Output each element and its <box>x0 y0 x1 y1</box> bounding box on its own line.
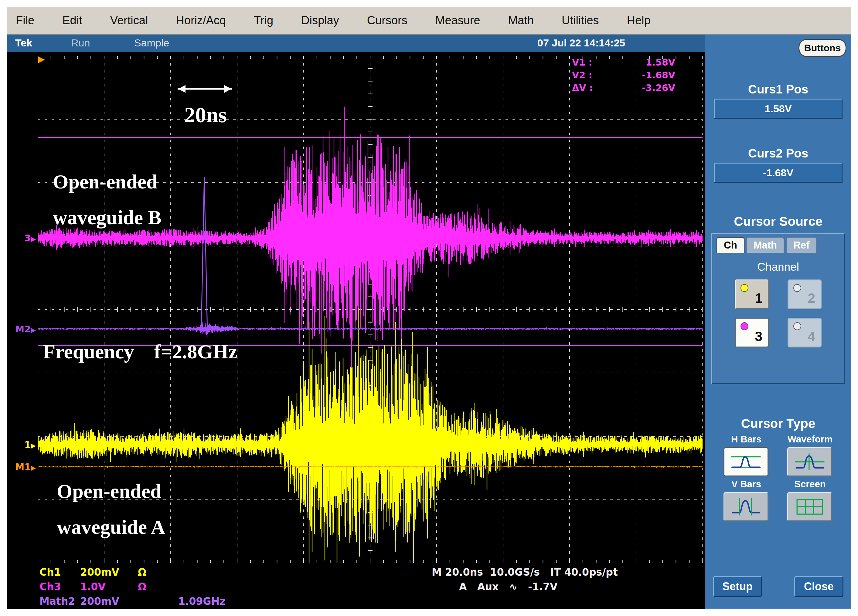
channel-button-grid: 1 2 3 4 <box>712 279 844 348</box>
marker-arrow-icon: ▶ <box>31 442 36 449</box>
menu-item-trig[interactable]: Trig <box>254 14 273 27</box>
status-bar: Tek Run Sample 07 Jul 22 14:14:25 <box>7 34 705 52</box>
cursor-type-grid: H Bars Waveform V Bars <box>723 434 833 521</box>
datetime-readout: 07 Jul 22 14:14:25 <box>538 37 625 49</box>
v-bars-button[interactable] <box>723 492 768 521</box>
panel-bottom-buttons: Setup Close <box>705 576 851 597</box>
waveform-label: Waveform <box>787 434 833 445</box>
scope-application-window: File Edit Vertical Horiz/Acq Trig Displa… <box>7 7 851 609</box>
v1-label: V1 : <box>572 57 592 70</box>
marker-arrow-icon: ▶ <box>31 235 36 243</box>
channel-3-color-dot-icon <box>740 322 748 330</box>
cursor-type-title: Cursor Type <box>741 416 815 431</box>
v-bars-icon <box>729 497 763 517</box>
math2-readout-name: Math2 <box>39 595 75 607</box>
waveform-button[interactable] <box>787 447 832 476</box>
menu-item-measure[interactable]: Measure <box>435 14 480 27</box>
frequency-annotation: Frequency f=2.8GHz <box>43 334 237 369</box>
cursor-source-tabs: Ch Math Ref <box>717 237 844 253</box>
waveform-cursor-icon <box>793 452 827 472</box>
ch3-ground-marker: 3▶ <box>7 233 36 244</box>
menu-item-help[interactable]: Help <box>627 14 651 27</box>
screen-label: Screen <box>787 479 833 490</box>
math2-ground-marker: M2▶ <box>7 324 36 334</box>
curs1-pos-value[interactable]: 1.58V <box>714 99 842 119</box>
channel-3-button[interactable]: 3 <box>735 318 769 348</box>
v1-value: 1.58V <box>646 57 675 70</box>
channel-4-button[interactable]: 4 <box>788 318 822 348</box>
menu-item-math[interactable]: Math <box>508 14 534 27</box>
waveguide-a-annotation: Open-ended waveguide A <box>57 473 165 545</box>
ch1-ground-marker: 1▶ <box>7 439 36 450</box>
ch3-readout-name: Ch3 <box>39 581 61 593</box>
marker-arrow-icon: ▶ <box>31 326 36 334</box>
timescale-annotation: 20ns <box>184 97 227 133</box>
curs1-pos-title: Curs1 Pos <box>748 82 808 96</box>
math1-ground-marker: M1▶ <box>7 462 36 472</box>
math2-readout-scale: 200mV <box>80 595 119 607</box>
h-bars-button[interactable] <box>723 447 768 476</box>
trigger-readout: A Aux ∿ -1.7V <box>459 581 558 593</box>
h-bars-icon <box>729 452 763 472</box>
acquisition-mode: Sample <box>134 37 169 49</box>
marker-arrow-icon: ▶ <box>31 464 36 472</box>
screen-button[interactable] <box>787 492 832 521</box>
menu-item-vertical[interactable]: Vertical <box>110 14 148 27</box>
ch3-readout-coupling: Ω <box>138 581 146 593</box>
setup-button[interactable]: Setup <box>713 576 762 597</box>
channel-2-button[interactable]: 2 <box>788 279 822 309</box>
delta-v-value: -3.26V <box>642 82 675 95</box>
menu-item-cursors[interactable]: Cursors <box>367 14 407 27</box>
screen-cursor-icon <box>793 497 827 517</box>
tab-math[interactable]: Math <box>746 237 784 253</box>
channel-1-color-dot-icon <box>740 284 748 292</box>
waveform-display: 3▶ M2▶ 1▶ M1▶ V1 :1.58V V2 :-1.68V ΔV :-… <box>7 52 705 609</box>
oscilloscope-screen: File Edit Vertical Horiz/Acq Trig Displa… <box>0 0 858 616</box>
math2-readout-frequency: 1.09GHz <box>178 595 225 607</box>
ch3-readout-scale: 1.0V <box>80 581 106 593</box>
delta-v-label: ΔV : <box>572 82 593 95</box>
channel-4-color-dot-icon <box>793 322 801 330</box>
tek-logo: Tek <box>15 37 32 49</box>
v2-value: -1.68V <box>642 70 675 82</box>
ch1-readout-scale: 200mV <box>80 566 119 578</box>
cursor-source-title: Cursor Source <box>734 214 822 229</box>
h-bars-label: H Bars <box>723 434 769 445</box>
menu-item-horiz-acq[interactable]: Horiz/Acq <box>176 14 226 27</box>
menu-item-utilities[interactable]: Utilities <box>562 14 599 27</box>
ch1-readout-name: Ch1 <box>39 566 61 578</box>
tab-ref[interactable]: Ref <box>786 237 817 253</box>
channel-2-color-dot-icon <box>793 284 801 292</box>
menu-item-display[interactable]: Display <box>301 14 339 27</box>
tab-ch[interactable]: Ch <box>717 237 745 253</box>
close-button[interactable]: Close <box>794 576 843 597</box>
acquisition-state: Run <box>71 37 90 49</box>
cursor-readout: V1 :1.58V V2 :-1.68V ΔV :-3.26V <box>572 57 675 95</box>
channel-group-label: Channel <box>712 261 844 273</box>
waveguide-b-annotation: Open-ended waveguide B <box>53 164 162 236</box>
timebase-readout: M 20.0ns 10.0GS/s IT 40.0ps/pt <box>432 566 618 578</box>
curs2-pos-title: Curs2 Pos <box>748 147 808 160</box>
menu-item-file[interactable]: File <box>16 14 34 27</box>
cursor-source-box: Ch Math Ref Channel 1 2 <box>711 233 845 384</box>
menu-item-edit[interactable]: Edit <box>62 14 82 27</box>
ch1-readout-coupling: Ω <box>138 566 146 578</box>
side-panel: Buttons Curs1 Pos 1.58V Curs2 Pos -1.68V… <box>705 34 851 609</box>
timescale-arrow-icon <box>172 83 238 95</box>
curs2-pos-value[interactable]: -1.68V <box>714 163 842 183</box>
menu-bar: File Edit Vertical Horiz/Acq Trig Displa… <box>7 7 851 34</box>
trigger-position-marker <box>38 56 45 63</box>
v2-label: V2 : <box>572 70 592 82</box>
channel-1-button[interactable]: 1 <box>735 279 769 309</box>
buttons-button[interactable]: Buttons <box>799 39 847 57</box>
v-bars-label: V Bars <box>723 479 769 490</box>
